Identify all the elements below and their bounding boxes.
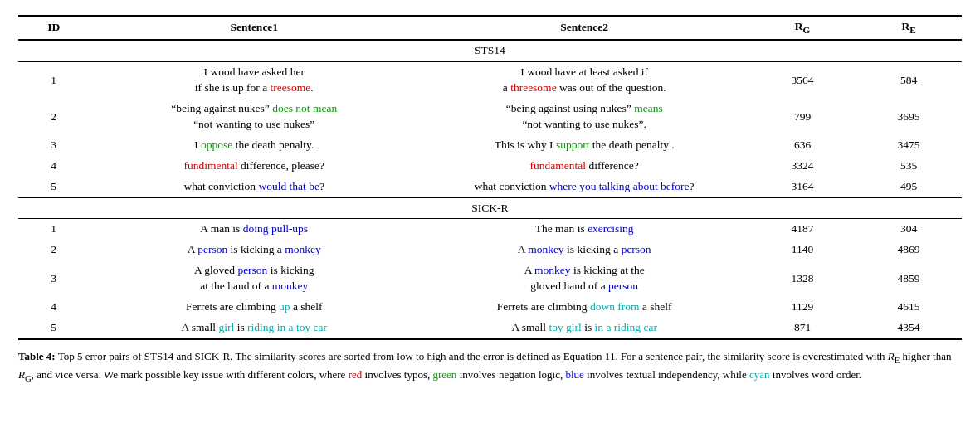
rg-cell: 1140 bbox=[749, 240, 856, 260]
table-row: 2 “being against nukes” does not mean“no… bbox=[18, 99, 962, 135]
sentence2-cell: A monkey is kicking at thegloved hand of… bbox=[419, 260, 749, 297]
header-sentence2: Sentence2 bbox=[419, 16, 749, 40]
sentence1-cell: I wood have asked herif she is up for a … bbox=[89, 62, 419, 99]
sentence1-cell: A person is kicking a monkey bbox=[89, 240, 419, 260]
re-cell: 3695 bbox=[856, 99, 962, 135]
caption-text: Top 5 error pairs of STS14 and SICK-R. T… bbox=[18, 350, 951, 381]
rg-cell: 4187 bbox=[749, 219, 856, 240]
rg-cell: 1129 bbox=[749, 297, 856, 318]
row-id: 3 bbox=[18, 135, 89, 156]
rg-cell: 3564 bbox=[749, 62, 856, 99]
caption-label: Table 4: bbox=[18, 350, 56, 362]
table-row: 5 what conviction would that be? what co… bbox=[18, 177, 962, 197]
sentence1-cell: I oppose the death penalty. bbox=[89, 135, 419, 156]
rg-cell: 636 bbox=[749, 135, 856, 156]
sentence1-cell: Ferrets are climbing up a shelf bbox=[89, 297, 419, 318]
row-id: 5 bbox=[18, 318, 89, 339]
re-cell: 4354 bbox=[856, 318, 962, 339]
table-row: 4 Ferrets are climbing up a shelf Ferret… bbox=[18, 297, 962, 318]
sentence2-cell: what conviction where you talking about … bbox=[419, 177, 749, 197]
row-id: 1 bbox=[18, 62, 89, 99]
table-row: 4 fundimental difference, please? fundam… bbox=[18, 156, 962, 177]
section-header-sts14: STS14 bbox=[18, 40, 962, 61]
section-header-sick-r: SICK-R bbox=[18, 197, 962, 219]
table-row: 5 A small girl is riding in a toy car A … bbox=[18, 318, 962, 339]
row-id: 3 bbox=[18, 260, 89, 297]
re-cell: 4869 bbox=[856, 240, 962, 260]
sentence1-cell: A man is doing pull-ups bbox=[89, 219, 419, 240]
table-caption: Table 4: Top 5 error pairs of STS14 and … bbox=[18, 348, 962, 385]
sentence2-cell: A small toy girl is in a riding car bbox=[419, 318, 749, 339]
table-row: 1 I wood have asked herif she is up for … bbox=[18, 62, 962, 99]
row-id: 4 bbox=[18, 297, 89, 318]
sentence2-cell: This is why I support the death penalty … bbox=[419, 135, 749, 156]
sentence1-cell: A small girl is riding in a toy car bbox=[89, 318, 419, 339]
rg-cell: 1328 bbox=[749, 260, 856, 297]
row-id: 2 bbox=[18, 240, 89, 260]
sentence2-cell: A monkey is kicking a person bbox=[419, 240, 749, 260]
table-row: 3 I oppose the death penalty. This is wh… bbox=[18, 135, 962, 156]
row-id: 5 bbox=[18, 177, 89, 197]
re-cell: 535 bbox=[856, 156, 962, 177]
header-rg: RG bbox=[749, 16, 856, 40]
row-id: 4 bbox=[18, 156, 89, 177]
re-cell: 4859 bbox=[856, 260, 962, 297]
sentence2-cell: “being against using nukes” means“not wa… bbox=[419, 99, 749, 135]
sentence2-cell: The man is exercising bbox=[419, 219, 749, 240]
header-sentence1: Sentence1 bbox=[89, 16, 419, 40]
sentence2-cell: fundamental difference? bbox=[419, 156, 749, 177]
rg-cell: 3324 bbox=[749, 156, 856, 177]
sentence1-cell: what conviction would that be? bbox=[89, 177, 419, 197]
table-row: 2 A person is kicking a monkey A monkey … bbox=[18, 240, 962, 260]
sentence1-cell: A gloved person is kickingat the hand of… bbox=[89, 260, 419, 297]
rg-cell: 799 bbox=[749, 99, 856, 135]
row-id: 2 bbox=[18, 99, 89, 135]
sentence1-cell: fundimental difference, please? bbox=[89, 156, 419, 177]
re-cell: 584 bbox=[856, 62, 962, 99]
sentence2-cell: I wood have at least asked ifa threesome… bbox=[419, 62, 749, 99]
table-row: 1 A man is doing pull-ups The man is exe… bbox=[18, 219, 962, 240]
re-cell: 304 bbox=[856, 219, 962, 240]
rg-cell: 3164 bbox=[749, 177, 856, 197]
re-cell: 4615 bbox=[856, 297, 962, 318]
sentence2-cell: Ferrets are climbing down from a shelf bbox=[419, 297, 749, 318]
sentence1-cell: “being against nukes” does not mean“not … bbox=[89, 99, 419, 135]
table-row: 3 A gloved person is kickingat the hand … bbox=[18, 260, 962, 297]
row-id: 1 bbox=[18, 219, 89, 240]
rg-cell: 871 bbox=[749, 318, 856, 339]
re-cell: 3475 bbox=[856, 135, 962, 156]
re-cell: 495 bbox=[856, 177, 962, 197]
header-re: RE bbox=[856, 16, 962, 40]
main-table: ID Sentence1 Sentence2 RG RE STS14 1 I w… bbox=[18, 15, 962, 340]
header-id: ID bbox=[18, 16, 89, 40]
